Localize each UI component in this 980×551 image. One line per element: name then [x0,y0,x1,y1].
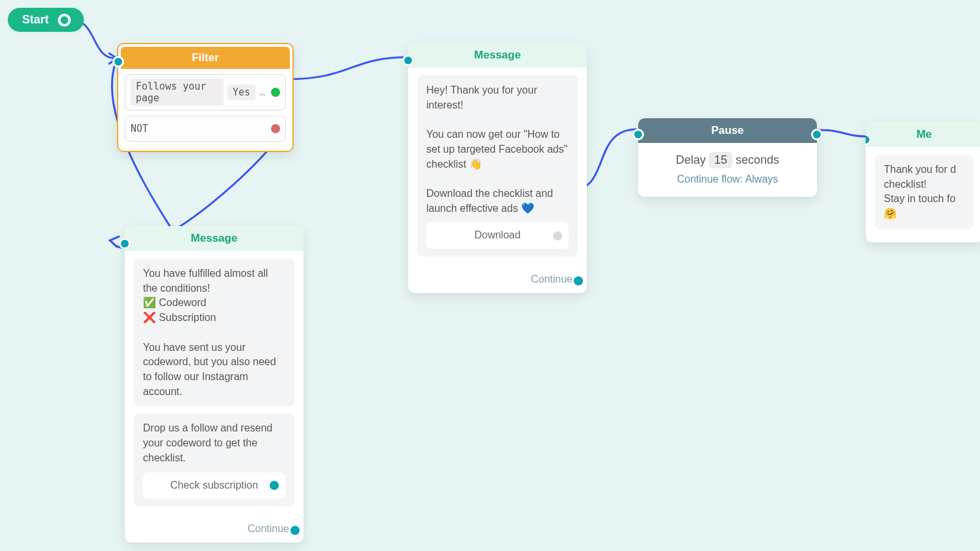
check-subscription-out-port[interactable] [270,481,279,490]
pause-out-port[interactable] [811,129,823,140]
pause-continue-text: Continue flow: Always [649,173,806,185]
message-title: Me [866,122,980,147]
pause-delay-value[interactable]: 15 [709,152,732,168]
message-text: Hey! Thank you for your interest! You ca… [426,83,569,216]
filter-condition: Follows your page [131,79,224,106]
start-node[interactable]: Start [8,8,84,32]
continue-row[interactable]: Continue [125,519,303,543]
filter-node[interactable]: Filter Follows your page Yes … NOT [117,43,294,152]
message-text-1: You have fulfilled almost all the condit… [143,266,285,399]
filter-out-port-not[interactable] [271,124,280,133]
message-bubble-2: Drop us a follow and resend your codewor… [134,413,294,506]
filter-value: Yes [227,84,255,100]
filter-in-port[interactable] [112,56,124,68]
pause-node[interactable]: Pause Delay 15 seconds Continue flow: Al… [638,118,817,197]
download-button[interactable]: Download [426,222,569,249]
pause-title: Pause [638,118,817,143]
msg-follow-in-port[interactable] [119,238,131,250]
check-subscription-button[interactable]: Check subscription [143,472,285,499]
message-text-2: Drop us a follow and resend your codewor… [143,421,285,465]
download-out-port[interactable] [553,231,562,240]
message-download-node[interactable]: Message Hey! Thank you for your interest… [408,43,587,293]
pause-delay-unit: seconds [736,153,779,166]
filter-title: Filter [121,47,290,69]
message-text: Thank you for d checklist! Stay in touch… [884,162,964,222]
message-bubble: Hey! Thank you for your interest! You ca… [417,75,578,257]
message-bubble: Thank you for d checklist! Stay in touch… [875,155,974,229]
message-thanks-node[interactable]: Me Thank you for d checklist! Stay in to… [866,122,980,242]
message-title: Message [125,226,303,251]
message-title: Message [408,43,587,68]
filter-condition-not: NOT [131,123,148,135]
continue-out-port[interactable] [574,276,583,285]
start-out-port[interactable] [58,14,71,27]
pause-delay-label: Delay [676,153,706,166]
filter-row-yes[interactable]: Follows your page Yes … [125,74,286,110]
continue-out-port[interactable] [290,526,300,535]
msg-download-in-port[interactable] [402,55,414,66]
message-bubble-1: You have fulfilled almost all the condit… [134,259,294,407]
continue-row[interactable]: Continue [408,270,587,293]
ellipsis-icon: … [259,86,266,98]
filter-row-not[interactable]: NOT [125,116,286,142]
start-label: Start [22,13,49,27]
filter-out-port-yes[interactable] [271,88,280,97]
message-follow-node[interactable]: Message You have fulfilled almost all th… [125,226,303,543]
pause-in-port[interactable] [632,129,644,140]
